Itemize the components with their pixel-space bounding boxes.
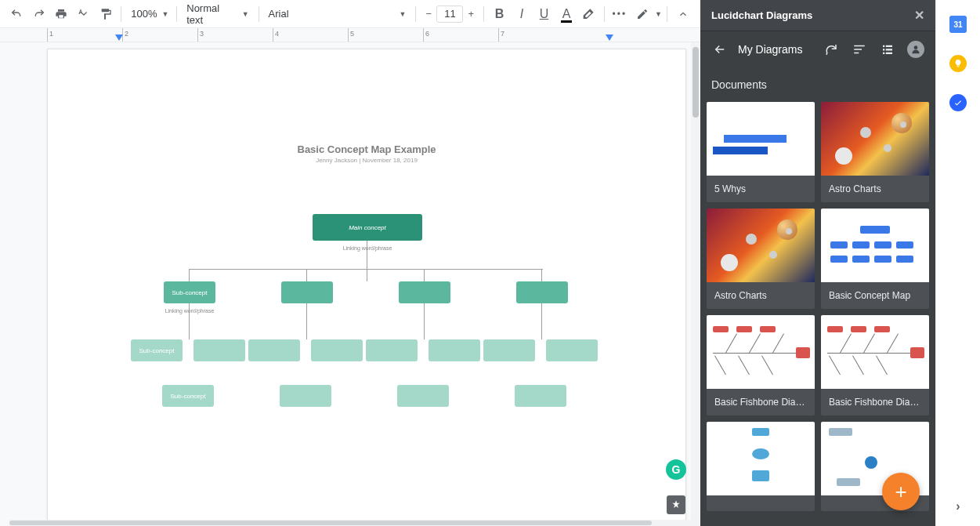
style-value: Normal text — [186, 2, 237, 26]
page-title: Basic Concept Map Example — [48, 143, 685, 155]
font-size-group: − 11 + — [421, 5, 479, 24]
diagram-grid: 5 Whys Astro Charts Astro Charts Basic C… — [700, 102, 935, 526]
list-view-icon[interactable] — [877, 39, 898, 60]
left-indent-marker[interactable] — [115, 34, 123, 41]
diagram-card[interactable]: Basic Fishbone Diagram — [821, 315, 929, 415]
leaf-concept — [248, 339, 300, 361]
lucid-nav: My Diagrams — [700, 31, 935, 67]
lucid-nav-title: My Diagrams — [738, 43, 813, 56]
diagram-label: 5 Whys — [707, 176, 815, 202]
leaf-concept — [397, 385, 449, 407]
calendar-icon[interactable]: 31 — [949, 16, 967, 33]
chevron-down-icon: ▼ — [242, 10, 249, 18]
diagram-card[interactable] — [707, 422, 815, 511]
diagram-card[interactable]: Basic Concept Map — [821, 209, 929, 309]
paragraph-style-dropdown[interactable]: Normal text ▼ — [182, 3, 253, 25]
increase-font-size-button[interactable]: + — [463, 5, 479, 24]
right-indent-marker[interactable] — [606, 34, 613, 41]
ruler: 1 2 3 4 5 6 7 — [0, 28, 700, 42]
diagram-card[interactable]: 5 Whys — [707, 102, 815, 202]
more-tools-button[interactable]: ••• — [609, 3, 630, 25]
sub-concept — [516, 281, 568, 303]
lucidchart-panel: Lucidchart Diagrams ✕ My Diagrams Docume… — [700, 0, 935, 526]
diagram-thumbnail — [707, 209, 815, 282]
print-button[interactable] — [51, 3, 71, 25]
spellcheck-button[interactable] — [73, 3, 93, 25]
undo-button[interactable] — [6, 3, 27, 25]
concept-map: Main concept Linking word/phrase Sub-con… — [117, 214, 618, 473]
diagram-thumbnail — [707, 422, 815, 495]
svg-rect-8 — [854, 53, 859, 54]
ruler-label: 6 — [425, 30, 429, 38]
diagram-label: Astro Charts — [821, 176, 929, 202]
leaf-concept — [515, 385, 566, 407]
sub-concept: Sub-concept — [164, 281, 215, 303]
sub-concept — [281, 281, 333, 303]
leaf-concept — [193, 339, 245, 361]
tasks-icon[interactable] — [949, 94, 967, 111]
concept-main: Main concept — [313, 214, 422, 241]
plus-icon: + — [895, 480, 906, 504]
bold-button[interactable]: B — [489, 3, 509, 25]
underline-button[interactable]: U — [533, 3, 554, 25]
redo-button[interactable] — [28, 3, 49, 25]
scrollbar-thumb[interactable] — [693, 47, 699, 118]
svg-point-15 — [914, 45, 918, 49]
ruler-label: 7 — [501, 30, 504, 38]
horizontal-scrollbar[interactable] — [9, 520, 691, 526]
svg-rect-10 — [886, 45, 892, 47]
linking-phrase: Linking word/phrase — [320, 245, 414, 251]
document-canvas[interactable]: Basic Concept Map Example Jenny Jackson … — [0, 42, 700, 526]
leaf-concept — [366, 339, 418, 361]
ruler-ticks: 1 2 3 4 5 6 7 — [47, 28, 573, 42]
keep-icon[interactable] — [949, 55, 967, 72]
leaf-concept — [483, 339, 535, 361]
hide-menus-button[interactable] — [672, 3, 694, 25]
new-diagram-fab[interactable]: + — [882, 473, 920, 510]
vertical-scrollbar[interactable] — [691, 42, 700, 526]
account-icon[interactable] — [906, 39, 926, 60]
diagram-label: Astro Charts — [707, 282, 815, 309]
decrease-font-size-button[interactable]: − — [421, 5, 436, 24]
diagram-card[interactable]: Astro Charts — [821, 102, 929, 202]
page-subtitle: Jenny Jackson | November 18, 2019 — [48, 157, 685, 164]
diagram-card[interactable]: Basic Fishbone Diagram — [707, 315, 815, 415]
font-dropdown[interactable]: Arial ▼ — [264, 3, 411, 25]
font-value: Arial — [269, 8, 289, 20]
highlight-button[interactable] — [578, 3, 598, 25]
refresh-icon[interactable] — [821, 39, 841, 60]
grammarly-icon[interactable]: G — [666, 459, 686, 480]
editing-mode-dropdown[interactable]: ▼ — [655, 10, 662, 18]
paint-format-button[interactable] — [96, 3, 116, 25]
explore-button[interactable] — [667, 495, 685, 514]
diagram-label: Basic Fishbone Diagram — [707, 389, 815, 415]
diagram-card[interactable]: Astro Charts — [707, 209, 815, 309]
diagram-thumbnail — [821, 102, 929, 176]
lucid-header: Lucidchart Diagrams ✕ — [700, 0, 935, 31]
leaf-concept — [546, 339, 598, 361]
diagram-thumbnail — [821, 315, 929, 389]
diagram-thumbnail — [707, 315, 815, 389]
diagram-label — [707, 495, 815, 511]
close-icon[interactable]: ✕ — [914, 8, 924, 23]
sort-icon[interactable] — [849, 39, 870, 60]
ruler-label: 4 — [275, 30, 279, 38]
text-color-button[interactable]: A — [556, 3, 577, 25]
font-size-input[interactable]: 11 — [436, 5, 463, 23]
show-side-panel-icon[interactable]: › — [949, 498, 967, 515]
side-panel-rail: 31 › — [935, 0, 980, 526]
diagram-thumbnail — [707, 102, 815, 176]
sub-concept — [399, 281, 450, 303]
scrollbar-thumb[interactable] — [9, 521, 652, 525]
ruler-label: 5 — [350, 30, 354, 38]
document-page: Basic Concept Map Example Jenny Jackson … — [47, 49, 686, 526]
chevron-down-icon: ▼ — [400, 10, 407, 18]
zoom-dropdown[interactable]: 100% ▼ — [126, 3, 172, 25]
toolbar: 100% ▼ Normal text ▼ Arial ▼ − 11 + B I … — [0, 0, 700, 28]
back-icon[interactable] — [710, 39, 730, 60]
editing-mode-button[interactable] — [631, 3, 653, 25]
diagram-thumbnail — [821, 209, 929, 282]
leaf-concept — [429, 339, 480, 361]
ruler-label: 2 — [125, 30, 128, 38]
italic-button[interactable]: I — [512, 3, 532, 25]
